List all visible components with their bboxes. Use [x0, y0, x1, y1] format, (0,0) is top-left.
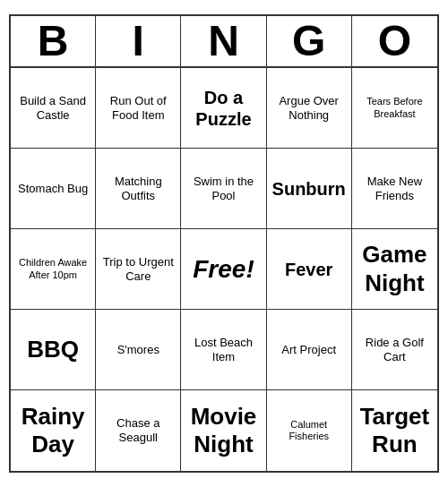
- header-letter: G: [267, 16, 352, 66]
- cell-text: Free!: [193, 255, 254, 284]
- cell-text: Rainy Day: [14, 403, 91, 458]
- bingo-cell: Argue Over Nothing: [267, 68, 352, 149]
- bingo-cell: Stomach Bug: [11, 149, 96, 229]
- bingo-cell: Do a Puzzle: [181, 68, 266, 149]
- bingo-cell: Game Night: [352, 229, 437, 310]
- bingo-cell: Trip to Urgent Care: [96, 229, 181, 310]
- bingo-cell: Target Run: [352, 390, 437, 471]
- cell-text: S'mores: [117, 343, 159, 357]
- bingo-cell: Chase a Seagull: [96, 390, 181, 471]
- bingo-cell: Lost Beach Item: [181, 310, 266, 390]
- cell-text: Run Out of Food Item: [99, 94, 177, 122]
- bingo-cell: Free!: [181, 229, 266, 310]
- cell-text: Argue Over Nothing: [271, 94, 348, 122]
- cell-text: Ride a Golf Cart: [356, 336, 434, 363]
- cell-text: Fever: [285, 259, 332, 280]
- bingo-cell: Fever: [267, 229, 352, 310]
- cell-text: Make New Friends: [356, 175, 434, 202]
- cell-text: Tears Before Breakfast: [356, 96, 434, 119]
- bingo-cell: BBQ: [11, 310, 96, 390]
- cell-text: Children Awake After 10pm: [14, 257, 91, 280]
- bingo-cell: Rainy Day: [11, 390, 96, 471]
- cell-text: Chase a Seagull: [99, 416, 177, 444]
- bingo-cell: Swim in the Pool: [181, 149, 266, 229]
- cell-text: Art Project: [281, 343, 336, 357]
- bingo-cell: S'mores: [96, 310, 181, 390]
- header-letter: O: [352, 16, 437, 66]
- bingo-cell: Ride a Golf Cart: [352, 310, 437, 390]
- cell-text: Game Night: [356, 241, 434, 296]
- header-letter: N: [181, 16, 266, 66]
- cell-text: Calumet Fisheries: [271, 419, 348, 442]
- cell-text: Lost Beach Item: [185, 336, 262, 363]
- cell-text: BBQ: [27, 336, 79, 363]
- bingo-header: BINGO: [11, 16, 437, 68]
- bingo-cell: Art Project: [267, 310, 352, 390]
- cell-text: Matching Outfits: [99, 175, 177, 202]
- bingo-card: BINGO Build a Sand CastleRun Out of Food…: [9, 14, 439, 473]
- header-letter: B: [11, 16, 96, 66]
- cell-text: Build a Sand Castle: [14, 94, 91, 122]
- bingo-cell: Tears Before Breakfast: [352, 68, 437, 149]
- cell-text: Swim in the Pool: [185, 175, 262, 202]
- bingo-cell: Movie Night: [181, 390, 266, 471]
- cell-text: Do a Puzzle: [185, 87, 262, 130]
- bingo-grid: Build a Sand CastleRun Out of Food ItemD…: [11, 68, 437, 471]
- header-letter: I: [96, 16, 181, 66]
- cell-text: Movie Night: [185, 403, 262, 458]
- bingo-cell: Children Awake After 10pm: [11, 229, 96, 310]
- cell-text: Stomach Bug: [18, 182, 88, 196]
- bingo-cell: Run Out of Food Item: [96, 68, 181, 149]
- bingo-cell: Build a Sand Castle: [11, 68, 96, 149]
- cell-text: Target Run: [356, 403, 434, 458]
- bingo-cell: Make New Friends: [352, 149, 437, 229]
- bingo-cell: Matching Outfits: [96, 149, 181, 229]
- cell-text: Sunburn: [272, 178, 346, 200]
- bingo-cell: Calumet Fisheries: [267, 390, 352, 471]
- bingo-cell: Sunburn: [267, 149, 352, 229]
- cell-text: Trip to Urgent Care: [99, 255, 177, 283]
